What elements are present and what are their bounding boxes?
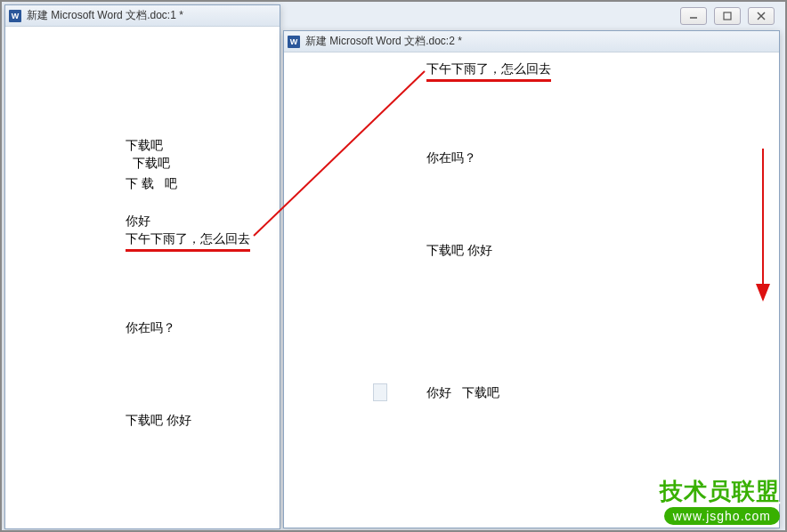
watermark: 技术员联盟 www.jsgho.com bbox=[660, 476, 780, 525]
text-line: 你在吗？ bbox=[126, 320, 175, 336]
text-line: 下载吧 你好 bbox=[426, 243, 492, 259]
text-line: 你好 bbox=[126, 214, 150, 230]
text-line: 你好 下载吧 bbox=[426, 385, 499, 401]
maximize-button[interactable] bbox=[714, 7, 741, 25]
word-icon: W bbox=[9, 10, 21, 22]
titlebar-2[interactable]: W 新建 Microsoft Word 文档.doc:2 * bbox=[284, 31, 779, 52]
close-button[interactable] bbox=[748, 7, 775, 25]
text-line: 下载吧 你好 bbox=[126, 413, 191, 429]
word-icon: W bbox=[288, 36, 300, 48]
minimize-button[interactable] bbox=[680, 7, 707, 25]
page-1: 下载吧 下载吧 下 载 吧 你好 下午下雨了，怎么回去 你在吗？ 下载吧 你好 bbox=[23, 36, 262, 520]
svg-rect-1 bbox=[724, 12, 731, 20]
word-window-1[interactable]: W 新建 Microsoft Word 文档.doc:1 * 下载吧 下载吧 下… bbox=[4, 4, 280, 529]
text-line-highlighted: 下午下雨了，怎么回去 bbox=[126, 231, 250, 252]
text-line: 下载吧 bbox=[126, 156, 170, 172]
document-body-1[interactable]: 下载吧 下载吧 下 载 吧 你好 下午下雨了，怎么回去 你在吗？ 下载吧 你好 bbox=[5, 27, 280, 528]
text-line: 你在吗？ bbox=[426, 150, 476, 166]
document-body-2[interactable]: 下午下雨了，怎么回去 你在吗？ 下载吧 你好 你好 下载吧 bbox=[284, 52, 779, 528]
word-window-2[interactable]: W 新建 Microsoft Word 文档.doc:2 * 下午下雨了，怎么回… bbox=[283, 30, 780, 528]
page-break-icon bbox=[373, 383, 387, 401]
window-title-1: 新建 Microsoft Word 文档.doc:1 * bbox=[27, 8, 183, 23]
text-line: 下 载 吧 bbox=[126, 176, 177, 192]
window-controls bbox=[680, 7, 775, 25]
watermark-url: www.jsgho.com bbox=[664, 507, 780, 525]
titlebar-1[interactable]: W 新建 Microsoft Word 文档.doc:1 * bbox=[5, 5, 280, 27]
watermark-title: 技术员联盟 bbox=[660, 476, 780, 507]
window-title-2: 新建 Microsoft Word 文档.doc:2 * bbox=[305, 34, 462, 49]
text-line-highlighted: 下午下雨了，怎么回去 bbox=[426, 61, 551, 82]
text-line: 下载吧 bbox=[126, 138, 163, 154]
page-2: 下午下雨了，怎么回去 你在吗？ 下载吧 你好 你好 下载吧 bbox=[302, 61, 761, 519]
